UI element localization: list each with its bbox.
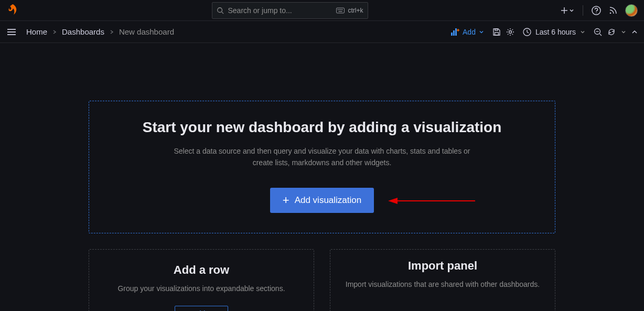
help-button[interactable] (592, 6, 601, 15)
svg-rect-17 (453, 30, 455, 36)
zoom-out-button[interactable] (594, 28, 602, 36)
svg-rect-18 (455, 28, 457, 36)
news-button[interactable] (608, 6, 618, 15)
search-placeholder: Search or jump to... (228, 6, 332, 15)
chevron-down-icon (569, 8, 574, 13)
refresh-icon (607, 28, 616, 36)
divider (583, 5, 583, 16)
add-row-button[interactable]: + Add row (175, 306, 228, 311)
save-icon (492, 28, 501, 36)
svg-point-10 (592, 6, 600, 15)
add-visualization-button[interactable]: + Add visualization (270, 188, 374, 213)
add-label: Add (463, 28, 476, 36)
main-card-title: Start your new dashboard by adding a vis… (110, 119, 534, 136)
chevron-down-icon (580, 29, 585, 35)
chevron-right-icon (110, 29, 114, 35)
svg-point-0 (217, 7, 222, 12)
collapse-button[interactable] (631, 29, 638, 35)
svg-point-23 (509, 30, 511, 33)
settings-button[interactable] (506, 28, 514, 36)
svg-line-26 (600, 34, 602, 36)
search-icon (217, 7, 224, 14)
add-row-card: Add a row Group your visualizations into… (89, 249, 314, 311)
svg-rect-16 (451, 33, 453, 36)
chevron-up-icon (631, 29, 638, 35)
svg-point-12 (610, 12, 611, 14)
rss-icon (608, 6, 618, 15)
keyboard-icon (336, 7, 345, 14)
panel-add-icon (451, 28, 459, 36)
grafana-logo[interactable] (6, 4, 19, 17)
add-row-title: Add a row (102, 263, 301, 277)
chevron-down-icon (479, 29, 484, 35)
svg-point-4 (339, 9, 340, 9)
gear-icon (506, 28, 514, 36)
add-panel-button[interactable]: Add (448, 26, 487, 38)
svg-line-1 (221, 12, 223, 14)
annotation-arrow (387, 196, 476, 206)
svg-rect-2 (337, 8, 345, 13)
refresh-interval-button[interactable] (621, 29, 626, 35)
search-input[interactable]: Search or jump to... ctrl+k (212, 2, 368, 19)
main-card-description: Select a data source and then query and … (165, 145, 479, 169)
search-shortcut: ctrl+k (336, 7, 363, 14)
add-visualization-card: Start your new dashboard by adding a vis… (89, 101, 555, 233)
time-range-label: Last 6 hours (535, 28, 576, 36)
user-avatar[interactable] (625, 4, 638, 17)
new-menu[interactable] (561, 7, 574, 14)
chevron-right-icon (52, 29, 57, 35)
breadcrumb-home[interactable]: Home (26, 27, 47, 36)
menu-toggle[interactable] (6, 27, 17, 37)
import-panel-description: Import visualizations that are shared wi… (343, 279, 542, 291)
svg-point-3 (338, 9, 339, 9)
time-range-picker[interactable]: Last 6 hours (520, 26, 588, 38)
breadcrumb: Home Dashboards New dashboard (26, 27, 174, 36)
svg-rect-21 (495, 33, 498, 35)
breadcrumb-dashboards[interactable]: Dashboards (62, 27, 104, 36)
save-button[interactable] (492, 28, 501, 36)
svg-point-11 (596, 12, 596, 13)
svg-rect-22 (495, 29, 498, 30)
chevron-down-icon (621, 29, 626, 35)
zoom-out-icon (594, 28, 602, 36)
help-icon (592, 6, 601, 15)
svg-point-5 (341, 9, 341, 9)
svg-point-6 (342, 9, 343, 9)
refresh-button[interactable] (607, 28, 616, 36)
plus-icon: + (283, 195, 289, 206)
import-panel-card: Import panel Import visualizations that … (330, 249, 555, 311)
clock-icon (523, 28, 531, 36)
svg-marker-29 (388, 198, 398, 204)
import-panel-title: Import panel (343, 259, 542, 273)
breadcrumb-current: New dashboard (119, 27, 174, 36)
plus-icon (561, 7, 568, 14)
add-row-description: Group your visualizations into expandabl… (102, 283, 301, 295)
add-visualization-label: Add visualization (295, 195, 362, 206)
